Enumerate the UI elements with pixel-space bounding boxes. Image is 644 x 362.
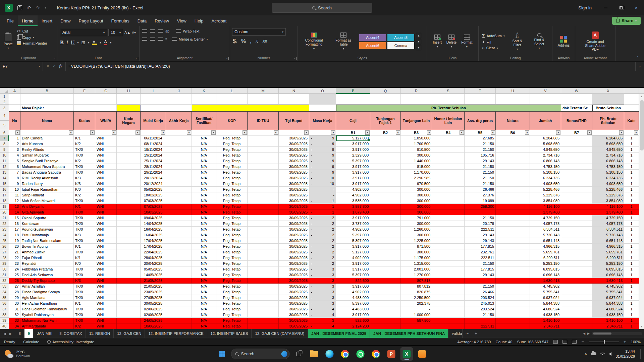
chrome-button[interactable] (339, 347, 352, 361)
cell[interactable]: 25/11/2024 (141, 158, 166, 164)
cell[interactable]: 5.726.143 (592, 232, 624, 238)
cell[interactable]: Amar Asrullah (20, 284, 74, 289)
cell[interactable]: 21.150 (465, 312, 496, 318)
cell[interactable] (248, 323, 279, 329)
select-all-corner[interactable] (0, 88, 9, 94)
cell[interactable]: WNI (95, 278, 117, 284)
cell[interactable]: 222.511 (465, 323, 496, 329)
cell[interactable] (117, 261, 141, 266)
cell[interactable] (166, 249, 192, 255)
column-header-O[interactable]: O (309, 88, 336, 94)
cell[interactable]: WNI (95, 221, 117, 227)
cell[interactable]: N/A (192, 278, 216, 284)
cell[interactable]: Peg. Tetap (216, 249, 248, 255)
cell[interactable] (561, 175, 592, 181)
cell[interactable]: Taufiq Nur Badrussalam (20, 238, 74, 244)
cell[interactable]: 30/09/2025 (279, 158, 309, 164)
cell[interactable]: WNI (95, 204, 117, 209)
cell[interactable]: 5.397.000 (336, 301, 370, 306)
cell[interactable]: Peg. Tetap (216, 170, 248, 175)
cell[interactable] (496, 209, 530, 215)
cell[interactable] (370, 227, 401, 232)
cell[interactable] (166, 244, 192, 249)
cell[interactable]: 4.686.524 (592, 306, 624, 312)
comma-format-icon[interactable]: , (250, 38, 251, 44)
cell[interactable] (624, 105, 639, 111)
cell[interactable]: K/2 (74, 323, 95, 329)
cell[interactable]: K/2 (74, 192, 95, 198)
cell[interactable]: TK/0 (74, 221, 95, 227)
filter-dropdown-icon[interactable]: ▼ (211, 130, 216, 135)
cell[interactable]: Aris Dwiyanto (20, 204, 74, 209)
cell[interactable]: 5.127.000 (336, 249, 370, 255)
cell[interactable]: 4.902.000 (336, 227, 370, 232)
cell[interactable]: TK/0 (74, 227, 95, 232)
cell[interactable] (561, 94, 592, 99)
cell[interactable]: K/2 (74, 141, 95, 147)
cell[interactable]: WNI (95, 187, 117, 192)
whatsapp-button[interactable] (354, 347, 367, 361)
cell[interactable]: 24/05/2025 (141, 318, 166, 323)
sheet-tab[interactable]: 11. RESIGN (86, 329, 114, 338)
cell[interactable]: 10/03/2025 (141, 209, 166, 215)
cell[interactable]: 3.854.089 (592, 198, 624, 204)
cell[interactable] (370, 147, 401, 153)
filter-cell[interactable]: ▼ (279, 130, 309, 135)
indent-icon[interactable]: ≡ (165, 38, 167, 41)
orientation-icon[interactable]: ab (165, 29, 169, 33)
cell[interactable]: Bagas Anggara Saputra (20, 170, 74, 175)
cell[interactable]: 6.866.143 (530, 158, 561, 164)
zoom-in-icon[interactable]: + (624, 339, 626, 344)
cell[interactable] (309, 105, 336, 111)
column-title-cell[interactable]: Jumlah (530, 111, 561, 130)
zoom-slider[interactable] (589, 342, 619, 342)
align-top-icon[interactable] (142, 29, 147, 33)
cell[interactable] (432, 261, 465, 266)
filter-cell[interactable]: B1▼ (336, 130, 370, 135)
tabs-scroll-left-icon[interactable]: ◀ (3, 332, 6, 336)
cell[interactable] (117, 266, 141, 272)
cell[interactable] (166, 135, 192, 141)
enter-formula-icon[interactable]: ✓ (53, 64, 56, 68)
cell[interactable]: -2 (309, 255, 336, 261)
cell[interactable]: 1 (624, 170, 639, 175)
sheet-tab[interactable]: JAN - DESEMBER PPH SETAHUN FINA (370, 329, 448, 338)
cell[interactable]: Agung Gustinawan (20, 227, 74, 232)
cell[interactable]: 4.729.150 (530, 215, 561, 221)
cell[interactable]: Songko Budi Prasetyo (20, 158, 74, 164)
cell[interactable]: 6.299.511 (530, 255, 561, 261)
cell[interactable] (117, 318, 141, 323)
cell[interactable] (496, 266, 530, 272)
cell[interactable]: 6.234.735 (592, 175, 624, 181)
cell[interactable]: -9 (309, 135, 336, 141)
cell[interactable]: 19.089 (465, 198, 496, 204)
column-title-cell[interactable]: Ph. Bruto Sebulan (592, 111, 624, 130)
cell[interactable]: 300.000 (401, 192, 432, 198)
row-header[interactable]: 32 (0, 278, 9, 284)
filter-dropdown-icon[interactable]: ▼ (304, 130, 309, 135)
cell[interactable]: Arif Mardanata (20, 323, 74, 329)
cell[interactable]: -3 (309, 272, 336, 278)
cell[interactable]: 2.124.200 (336, 323, 370, 329)
cell[interactable]: 3 (9, 147, 20, 153)
cell[interactable]: 32 (9, 312, 20, 318)
cell[interactable] (248, 187, 279, 192)
row-header[interactable]: 1 (0, 94, 9, 99)
cell[interactable]: 30/09/2025 (279, 244, 309, 249)
hscroll-left-icon[interactable]: ◀ (583, 332, 585, 335)
cell[interactable] (370, 266, 401, 272)
cell[interactable]: 6.651.143 (530, 238, 561, 244)
cell[interactable] (561, 187, 592, 192)
column-header-T[interactable]: T (465, 88, 496, 94)
cell[interactable]: 28 (9, 289, 20, 295)
cell[interactable]: 1 (624, 232, 639, 238)
cell[interactable]: 300.000 (401, 153, 432, 158)
cell[interactable]: Iqbal Fajar Ramadhan (20, 187, 74, 192)
cell[interactable] (496, 249, 530, 255)
cell[interactable] (309, 99, 336, 105)
cell[interactable] (432, 209, 465, 215)
cell[interactable] (465, 99, 496, 105)
row-header[interactable]: 27 (0, 249, 9, 255)
cell[interactable] (248, 99, 279, 105)
filter-cell[interactable]: B6▼ (496, 130, 530, 135)
